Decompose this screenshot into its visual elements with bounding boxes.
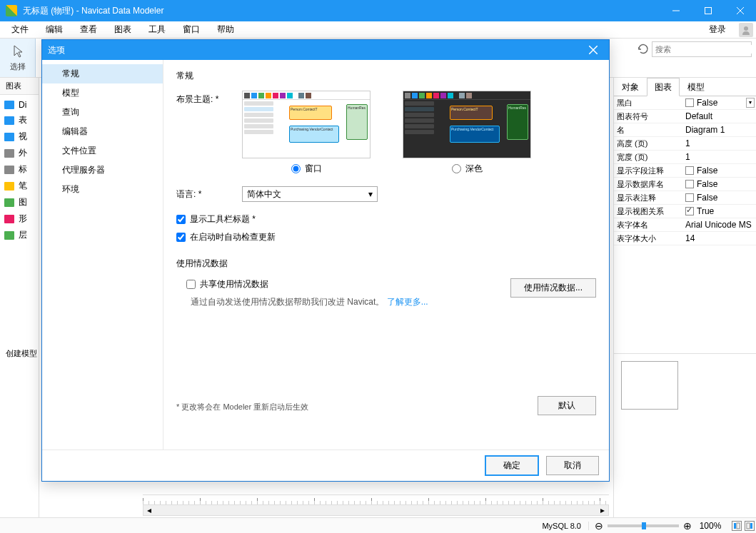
dialog-close-button[interactable] (583, 40, 603, 60)
checkbox-icon (685, 180, 694, 188)
chevron-down-icon[interactable]: ▾ (746, 98, 755, 108)
scroll-right-icon[interactable]: ▸ (597, 505, 608, 515)
property-value: True (697, 206, 714, 216)
left-tab-diagram[interactable]: 图表 (0, 78, 39, 95)
checkbox-show-toolbar-title[interactable]: 显示工具栏标题 * (176, 213, 596, 225)
minimap-container (614, 353, 756, 517)
property-row[interactable]: 显示字段注释False (614, 164, 756, 178)
dialog-nav: 常规 模型 查询 编辑器 文件位置 代理服务器 环境 (42, 60, 163, 450)
zoom-slider[interactable] (608, 524, 679, 527)
property-key: 显示表注释 (614, 193, 682, 203)
tab-object[interactable]: 对象 (614, 78, 647, 96)
nav-proxy[interactable]: 代理服务器 (42, 161, 163, 180)
property-row[interactable]: 图表符号Default (614, 110, 756, 123)
nav-model[interactable]: 模型 (42, 83, 163, 103)
item-icon (4, 101, 14, 109)
tab-model[interactable]: 模型 (680, 78, 712, 96)
left-item[interactable]: 图 (0, 194, 39, 210)
property-key: 高度 (页) (614, 138, 682, 149)
view-toggle-2[interactable] (745, 521, 755, 531)
property-row[interactable]: 显示表注释False (614, 191, 756, 205)
view-toggle-1[interactable] (732, 521, 742, 531)
language-select[interactable]: 简体中文 ▾ (242, 186, 378, 202)
property-row[interactable]: 名Diagram 1 (614, 123, 756, 137)
property-value: 1 (685, 152, 690, 162)
statusbar: MySQL 8.0 ⊖ ⊕ 100% (0, 517, 756, 533)
search-input[interactable] (655, 45, 754, 54)
menu-file[interactable]: 文件 (3, 21, 37, 38)
checkbox-icon (685, 98, 694, 107)
menu-diagram[interactable]: 图表 (106, 21, 140, 38)
left-item[interactable]: 视 (0, 128, 39, 145)
item-label: 层 (19, 229, 27, 241)
theme-radio-dark[interactable]: 深色 (403, 163, 531, 175)
menu-tools[interactable]: 工具 (140, 21, 174, 38)
menu-login[interactable]: 登录 (700, 21, 735, 38)
refresh-icon[interactable] (637, 44, 649, 55)
minimize-button[interactable] (660, 0, 692, 21)
learn-more-link[interactable]: 了解更多... (387, 297, 428, 307)
property-row[interactable]: 表字体名Arial Unicode MS (614, 218, 756, 232)
menu-edit[interactable]: 编辑 (37, 21, 71, 38)
usage-data-button[interactable]: 使用情况数据... (510, 278, 596, 298)
menu-view[interactable]: 查看 (71, 21, 106, 38)
theme-preview-window[interactable]: Person.ContactT Purchasing.VendorContact… (242, 91, 371, 175)
property-row[interactable]: 显示视图关系True (614, 205, 756, 218)
left-item[interactable]: 笔 (0, 178, 39, 194)
menu-window[interactable]: 窗口 (174, 21, 208, 38)
property-row[interactable]: 高度 (页)1 (614, 137, 756, 151)
checkbox-auto-update[interactable]: 在启动时自动检查更新 (176, 231, 596, 243)
property-row[interactable]: 表字体大小14 (614, 232, 756, 245)
svg-rect-9 (747, 523, 750, 529)
item-icon (4, 166, 14, 174)
user-avatar[interactable] (739, 23, 753, 37)
horizontal-scrollbar[interactable]: ◂ ▸ (143, 504, 609, 516)
maximize-button[interactable] (692, 0, 724, 21)
minimap[interactable] (621, 361, 678, 410)
item-label: 笔 (19, 180, 27, 192)
close-button[interactable] (724, 0, 756, 21)
language-label: 语言: * (176, 188, 231, 200)
theme-preview-dark[interactable]: Person.ContactT Purchasing.VendorContact… (403, 91, 531, 175)
tool-select[interactable]: 选择 (0, 39, 36, 77)
ruler (143, 494, 609, 504)
property-key: 宽度 (页) (614, 152, 682, 163)
left-item[interactable]: Di (0, 98, 39, 112)
nav-general[interactable]: 常规 (42, 64, 163, 83)
left-item[interactable]: 形 (0, 210, 39, 227)
menu-help[interactable]: 帮助 (208, 21, 243, 38)
cancel-button[interactable]: 取消 (546, 456, 599, 475)
theme-radio-window[interactable]: 窗口 (242, 163, 371, 175)
search-box[interactable] (652, 41, 752, 57)
property-value: 14 (685, 233, 695, 243)
checkbox-icon (685, 193, 694, 202)
property-grid: 黑白False▾图表符号Default名Diagram 1高度 (页)1宽度 (… (614, 96, 756, 245)
create-model-label: 创建模型 (6, 348, 37, 506)
tab-diagram[interactable]: 图表 (647, 78, 680, 96)
scroll-left-icon[interactable]: ◂ (143, 505, 155, 515)
left-item[interactable]: 标 (0, 161, 39, 178)
property-row[interactable]: 黑白False▾ (614, 96, 756, 110)
default-button[interactable]: 默认 (538, 396, 596, 415)
property-value: Default (685, 111, 712, 121)
property-key: 图表符号 (614, 111, 682, 122)
left-item[interactable]: 表 (0, 112, 39, 128)
checkbox-share-usage[interactable]: 共享使用情况数据 (186, 278, 510, 290)
left-item[interactable]: 外 (0, 145, 39, 161)
item-icon (4, 231, 14, 240)
item-label: 标 (19, 163, 27, 176)
property-row[interactable]: 宽度 (页)1 (614, 151, 756, 164)
left-item[interactable]: 层 (0, 227, 39, 243)
chevron-down-icon: ▾ (368, 189, 373, 199)
nav-editor[interactable]: 编辑器 (42, 122, 163, 141)
ok-button[interactable]: 确定 (485, 455, 539, 476)
theme-label: 布景主题: * (176, 91, 231, 106)
zoom-out-icon[interactable]: ⊖ (595, 520, 603, 532)
nav-file-location[interactable]: 文件位置 (42, 141, 163, 161)
svg-rect-7 (734, 523, 736, 529)
nav-environment[interactable]: 环境 (42, 180, 163, 199)
nav-query[interactable]: 查询 (42, 103, 163, 122)
pointer-icon (11, 44, 24, 60)
property-row[interactable]: 显示数据库名False (614, 178, 756, 191)
zoom-in-icon[interactable]: ⊕ (683, 520, 692, 532)
